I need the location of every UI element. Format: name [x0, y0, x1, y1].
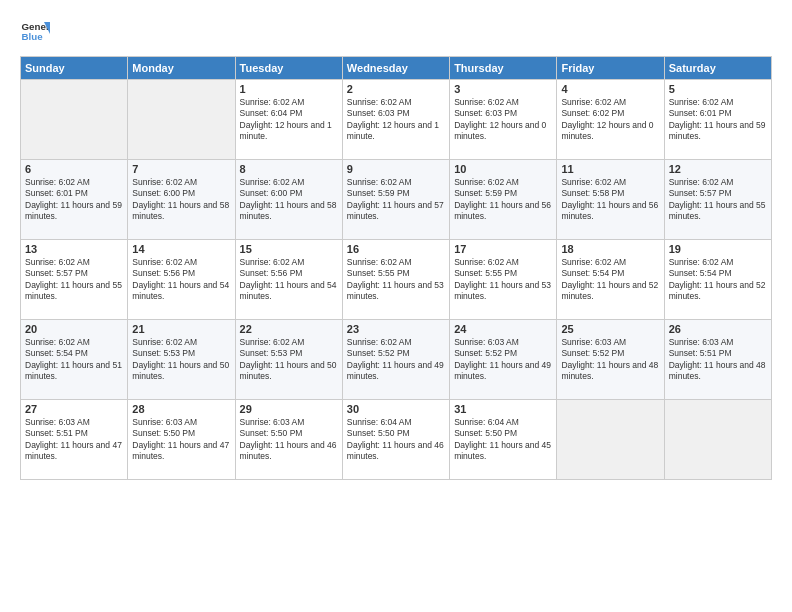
calendar-cell: 14Sunrise: 6:02 AM Sunset: 5:56 PM Dayli… [128, 240, 235, 320]
calendar-cell: 18Sunrise: 6:02 AM Sunset: 5:54 PM Dayli… [557, 240, 664, 320]
logo: General Blue [20, 16, 50, 46]
cell-info: Sunrise: 6:02 AM Sunset: 6:02 PM Dayligh… [561, 97, 659, 143]
day-number: 24 [454, 323, 552, 335]
calendar-cell: 1Sunrise: 6:02 AM Sunset: 6:04 PM Daylig… [235, 80, 342, 160]
calendar-week-3: 13Sunrise: 6:02 AM Sunset: 5:57 PM Dayli… [21, 240, 772, 320]
day-number: 6 [25, 163, 123, 175]
column-header-thursday: Thursday [450, 57, 557, 80]
day-number: 19 [669, 243, 767, 255]
cell-info: Sunrise: 6:02 AM Sunset: 6:04 PM Dayligh… [240, 97, 338, 143]
cell-info: Sunrise: 6:02 AM Sunset: 5:59 PM Dayligh… [454, 177, 552, 223]
cell-info: Sunrise: 6:02 AM Sunset: 6:00 PM Dayligh… [132, 177, 230, 223]
day-number: 23 [347, 323, 445, 335]
day-number: 12 [669, 163, 767, 175]
day-number: 13 [25, 243, 123, 255]
cell-info: Sunrise: 6:02 AM Sunset: 5:55 PM Dayligh… [454, 257, 552, 303]
cell-info: Sunrise: 6:02 AM Sunset: 6:03 PM Dayligh… [454, 97, 552, 143]
header: General Blue [20, 16, 772, 46]
day-number: 20 [25, 323, 123, 335]
day-number: 22 [240, 323, 338, 335]
day-number: 31 [454, 403, 552, 415]
calendar-cell: 11Sunrise: 6:02 AM Sunset: 5:58 PM Dayli… [557, 160, 664, 240]
calendar-cell: 29Sunrise: 6:03 AM Sunset: 5:50 PM Dayli… [235, 400, 342, 480]
calendar-cell: 21Sunrise: 6:02 AM Sunset: 5:53 PM Dayli… [128, 320, 235, 400]
cell-info: Sunrise: 6:03 AM Sunset: 5:51 PM Dayligh… [669, 337, 767, 383]
cell-info: Sunrise: 6:02 AM Sunset: 5:58 PM Dayligh… [561, 177, 659, 223]
day-number: 5 [669, 83, 767, 95]
calendar-cell: 25Sunrise: 6:03 AM Sunset: 5:52 PM Dayli… [557, 320, 664, 400]
column-header-friday: Friday [557, 57, 664, 80]
calendar-week-2: 6Sunrise: 6:02 AM Sunset: 6:01 PM Daylig… [21, 160, 772, 240]
day-number: 9 [347, 163, 445, 175]
cell-info: Sunrise: 6:02 AM Sunset: 6:01 PM Dayligh… [669, 97, 767, 143]
calendar-cell [21, 80, 128, 160]
calendar-cell [664, 400, 771, 480]
logo-icon: General Blue [20, 16, 50, 46]
day-number: 1 [240, 83, 338, 95]
calendar-cell: 23Sunrise: 6:02 AM Sunset: 5:52 PM Dayli… [342, 320, 449, 400]
calendar-cell [128, 80, 235, 160]
cell-info: Sunrise: 6:04 AM Sunset: 5:50 PM Dayligh… [347, 417, 445, 463]
day-number: 18 [561, 243, 659, 255]
day-number: 14 [132, 243, 230, 255]
column-header-wednesday: Wednesday [342, 57, 449, 80]
cell-info: Sunrise: 6:02 AM Sunset: 5:53 PM Dayligh… [240, 337, 338, 383]
calendar-cell: 7Sunrise: 6:02 AM Sunset: 6:00 PM Daylig… [128, 160, 235, 240]
calendar-header-row: SundayMondayTuesdayWednesdayThursdayFrid… [21, 57, 772, 80]
day-number: 21 [132, 323, 230, 335]
cell-info: Sunrise: 6:03 AM Sunset: 5:50 PM Dayligh… [132, 417, 230, 463]
calendar-cell: 3Sunrise: 6:02 AM Sunset: 6:03 PM Daylig… [450, 80, 557, 160]
calendar-cell: 22Sunrise: 6:02 AM Sunset: 5:53 PM Dayli… [235, 320, 342, 400]
day-number: 27 [25, 403, 123, 415]
day-number: 16 [347, 243, 445, 255]
day-number: 30 [347, 403, 445, 415]
calendar-cell: 28Sunrise: 6:03 AM Sunset: 5:50 PM Dayli… [128, 400, 235, 480]
cell-info: Sunrise: 6:02 AM Sunset: 5:59 PM Dayligh… [347, 177, 445, 223]
column-header-sunday: Sunday [21, 57, 128, 80]
cell-info: Sunrise: 6:02 AM Sunset: 5:54 PM Dayligh… [25, 337, 123, 383]
calendar-cell: 2Sunrise: 6:02 AM Sunset: 6:03 PM Daylig… [342, 80, 449, 160]
calendar-cell: 15Sunrise: 6:02 AM Sunset: 5:56 PM Dayli… [235, 240, 342, 320]
cell-info: Sunrise: 6:02 AM Sunset: 6:03 PM Dayligh… [347, 97, 445, 143]
day-number: 25 [561, 323, 659, 335]
calendar-cell: 16Sunrise: 6:02 AM Sunset: 5:55 PM Dayli… [342, 240, 449, 320]
cell-info: Sunrise: 6:02 AM Sunset: 5:56 PM Dayligh… [240, 257, 338, 303]
day-number: 15 [240, 243, 338, 255]
calendar-cell: 13Sunrise: 6:02 AM Sunset: 5:57 PM Dayli… [21, 240, 128, 320]
cell-info: Sunrise: 6:03 AM Sunset: 5:52 PM Dayligh… [561, 337, 659, 383]
calendar-cell: 24Sunrise: 6:03 AM Sunset: 5:52 PM Dayli… [450, 320, 557, 400]
calendar-cell: 6Sunrise: 6:02 AM Sunset: 6:01 PM Daylig… [21, 160, 128, 240]
calendar-week-4: 20Sunrise: 6:02 AM Sunset: 5:54 PM Dayli… [21, 320, 772, 400]
page-container: General Blue SundayMondayTuesdayWednesda… [0, 0, 792, 490]
cell-info: Sunrise: 6:03 AM Sunset: 5:51 PM Dayligh… [25, 417, 123, 463]
day-number: 29 [240, 403, 338, 415]
calendar-cell [557, 400, 664, 480]
day-number: 2 [347, 83, 445, 95]
column-header-monday: Monday [128, 57, 235, 80]
cell-info: Sunrise: 6:04 AM Sunset: 5:50 PM Dayligh… [454, 417, 552, 463]
day-number: 11 [561, 163, 659, 175]
column-header-saturday: Saturday [664, 57, 771, 80]
day-number: 3 [454, 83, 552, 95]
cell-info: Sunrise: 6:02 AM Sunset: 5:57 PM Dayligh… [669, 177, 767, 223]
cell-info: Sunrise: 6:02 AM Sunset: 5:55 PM Dayligh… [347, 257, 445, 303]
calendar-cell: 31Sunrise: 6:04 AM Sunset: 5:50 PM Dayli… [450, 400, 557, 480]
day-number: 10 [454, 163, 552, 175]
calendar-cell: 9Sunrise: 6:02 AM Sunset: 5:59 PM Daylig… [342, 160, 449, 240]
cell-info: Sunrise: 6:03 AM Sunset: 5:52 PM Dayligh… [454, 337, 552, 383]
cell-info: Sunrise: 6:02 AM Sunset: 5:54 PM Dayligh… [561, 257, 659, 303]
calendar-cell: 5Sunrise: 6:02 AM Sunset: 6:01 PM Daylig… [664, 80, 771, 160]
cell-info: Sunrise: 6:02 AM Sunset: 5:54 PM Dayligh… [669, 257, 767, 303]
calendar-cell: 26Sunrise: 6:03 AM Sunset: 5:51 PM Dayli… [664, 320, 771, 400]
calendar-cell: 30Sunrise: 6:04 AM Sunset: 5:50 PM Dayli… [342, 400, 449, 480]
cell-info: Sunrise: 6:02 AM Sunset: 5:53 PM Dayligh… [132, 337, 230, 383]
calendar-week-5: 27Sunrise: 6:03 AM Sunset: 5:51 PM Dayli… [21, 400, 772, 480]
svg-text:Blue: Blue [22, 31, 44, 42]
calendar-week-1: 1Sunrise: 6:02 AM Sunset: 6:04 PM Daylig… [21, 80, 772, 160]
day-number: 17 [454, 243, 552, 255]
cell-info: Sunrise: 6:03 AM Sunset: 5:50 PM Dayligh… [240, 417, 338, 463]
cell-info: Sunrise: 6:02 AM Sunset: 5:52 PM Dayligh… [347, 337, 445, 383]
cell-info: Sunrise: 6:02 AM Sunset: 6:01 PM Dayligh… [25, 177, 123, 223]
day-number: 8 [240, 163, 338, 175]
calendar-cell: 12Sunrise: 6:02 AM Sunset: 5:57 PM Dayli… [664, 160, 771, 240]
